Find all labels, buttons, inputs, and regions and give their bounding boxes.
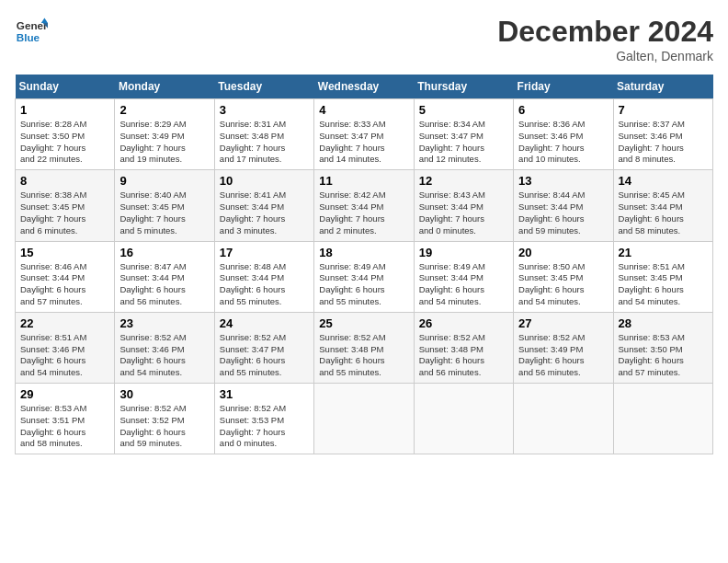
calendar-header-row: SundayMondayTuesdayWednesdayThursdayFrid… [16,75,713,99]
day-number: 31 [220,387,309,401]
day-info: Sunrise: 8:36 AM Sunset: 3:46 PM Dayligh… [518,119,608,166]
week-row-5: 29Sunrise: 8:53 AM Sunset: 3:51 PM Dayli… [16,384,713,454]
calendar-cell: 31Sunrise: 8:52 AM Sunset: 3:53 PM Dayli… [214,384,313,454]
month-title: December 2024 [497,15,713,49]
week-row-3: 15Sunrise: 8:46 AM Sunset: 3:44 PM Dayli… [16,241,713,312]
calendar-cell: 14Sunrise: 8:45 AM Sunset: 3:44 PM Dayli… [613,170,712,241]
calendar-cell: 24Sunrise: 8:52 AM Sunset: 3:47 PM Dayli… [214,312,313,383]
day-info: Sunrise: 8:51 AM Sunset: 3:46 PM Dayligh… [20,332,109,379]
calendar-cell: 15Sunrise: 8:46 AM Sunset: 3:44 PM Dayli… [16,241,115,312]
calendar-cell: 9Sunrise: 8:40 AM Sunset: 3:45 PM Daylig… [115,170,214,241]
day-info: Sunrise: 8:52 AM Sunset: 3:52 PM Dayligh… [119,403,209,450]
day-info: Sunrise: 8:53 AM Sunset: 3:50 PM Dayligh… [619,332,708,379]
day-info: Sunrise: 8:41 AM Sunset: 3:44 PM Dayligh… [220,190,309,236]
day-number: 18 [319,246,408,259]
day-number: 5 [419,103,508,117]
calendar-cell: 6Sunrise: 8:36 AM Sunset: 3:46 PM Daylig… [514,99,613,170]
day-info: Sunrise: 8:52 AM Sunset: 3:46 PM Dayligh… [119,332,209,379]
day-number: 22 [20,316,109,330]
day-number: 4 [319,103,408,117]
calendar-cell: 11Sunrise: 8:42 AM Sunset: 3:44 PM Dayli… [314,170,414,241]
title-block: December 2024 Galten, Denmark [497,15,713,63]
col-header-tuesday: Tuesday [214,75,313,99]
day-number: 2 [119,103,209,117]
col-header-wednesday: Wednesday [314,75,414,99]
calendar-cell [514,384,613,454]
calendar-cell: 19Sunrise: 8:49 AM Sunset: 3:44 PM Dayli… [414,241,513,312]
page-header: General Blue December 2024 Galten, Denma… [15,15,713,63]
logo-icon: General Blue [15,15,48,48]
day-number: 14 [619,174,708,188]
day-info: Sunrise: 8:51 AM Sunset: 3:45 PM Dayligh… [619,261,708,308]
day-info: Sunrise: 8:29 AM Sunset: 3:49 PM Dayligh… [119,119,209,166]
day-number: 12 [419,174,508,188]
calendar-cell: 22Sunrise: 8:51 AM Sunset: 3:46 PM Dayli… [16,312,115,383]
day-info: Sunrise: 8:46 AM Sunset: 3:44 PM Dayligh… [20,261,109,308]
day-number: 29 [20,387,109,401]
day-info: Sunrise: 8:34 AM Sunset: 3:47 PM Dayligh… [419,119,508,166]
logo: General Blue [15,15,48,48]
day-number: 21 [619,246,708,259]
day-info: Sunrise: 8:45 AM Sunset: 3:44 PM Dayligh… [619,190,708,236]
calendar-cell: 23Sunrise: 8:52 AM Sunset: 3:46 PM Dayli… [115,312,214,383]
calendar-cell: 7Sunrise: 8:37 AM Sunset: 3:46 PM Daylig… [613,99,712,170]
day-info: Sunrise: 8:50 AM Sunset: 3:45 PM Dayligh… [518,261,608,308]
calendar-cell: 18Sunrise: 8:49 AM Sunset: 3:44 PM Dayli… [314,241,414,312]
calendar-body: 1Sunrise: 8:28 AM Sunset: 3:50 PM Daylig… [16,99,713,454]
calendar-cell: 5Sunrise: 8:34 AM Sunset: 3:47 PM Daylig… [414,99,513,170]
day-info: Sunrise: 8:40 AM Sunset: 3:45 PM Dayligh… [119,190,209,236]
calendar-cell [613,384,712,454]
day-number: 13 [518,174,608,188]
calendar-cell: 30Sunrise: 8:52 AM Sunset: 3:52 PM Dayli… [115,384,214,454]
calendar-cell: 21Sunrise: 8:51 AM Sunset: 3:45 PM Dayli… [613,241,712,312]
calendar-cell [314,384,414,454]
col-header-saturday: Saturday [613,75,712,99]
calendar-cell: 13Sunrise: 8:44 AM Sunset: 3:44 PM Dayli… [514,170,613,241]
calendar-cell: 29Sunrise: 8:53 AM Sunset: 3:51 PM Dayli… [16,384,115,454]
week-row-4: 22Sunrise: 8:51 AM Sunset: 3:46 PM Dayli… [16,312,713,383]
day-info: Sunrise: 8:49 AM Sunset: 3:44 PM Dayligh… [419,261,508,308]
calendar-cell: 25Sunrise: 8:52 AM Sunset: 3:48 PM Dayli… [314,312,414,383]
day-info: Sunrise: 8:48 AM Sunset: 3:44 PM Dayligh… [220,261,309,308]
day-number: 9 [119,174,209,188]
calendar-cell: 27Sunrise: 8:52 AM Sunset: 3:49 PM Dayli… [514,312,613,383]
day-number: 3 [220,103,309,117]
col-header-monday: Monday [115,75,214,99]
calendar-cell: 12Sunrise: 8:43 AM Sunset: 3:44 PM Dayli… [414,170,513,241]
day-number: 15 [20,246,109,259]
day-info: Sunrise: 8:44 AM Sunset: 3:44 PM Dayligh… [518,190,608,236]
day-info: Sunrise: 8:28 AM Sunset: 3:50 PM Dayligh… [20,119,109,166]
day-info: Sunrise: 8:53 AM Sunset: 3:51 PM Dayligh… [20,403,109,450]
calendar-cell: 4Sunrise: 8:33 AM Sunset: 3:47 PM Daylig… [314,99,414,170]
day-number: 16 [119,246,209,259]
calendar-table: SundayMondayTuesdayWednesdayThursdayFrid… [15,75,713,454]
day-info: Sunrise: 8:42 AM Sunset: 3:44 PM Dayligh… [319,190,408,236]
day-number: 6 [518,103,608,117]
day-info: Sunrise: 8:52 AM Sunset: 3:49 PM Dayligh… [518,332,608,379]
day-number: 24 [220,316,309,330]
week-row-2: 8Sunrise: 8:38 AM Sunset: 3:45 PM Daylig… [16,170,713,241]
col-header-thursday: Thursday [414,75,513,99]
calendar-cell: 28Sunrise: 8:53 AM Sunset: 3:50 PM Dayli… [613,312,712,383]
day-number: 1 [20,103,109,117]
svg-text:Blue: Blue [17,31,40,43]
day-info: Sunrise: 8:52 AM Sunset: 3:48 PM Dayligh… [419,332,508,379]
day-info: Sunrise: 8:38 AM Sunset: 3:45 PM Dayligh… [20,190,109,236]
calendar-cell: 3Sunrise: 8:31 AM Sunset: 3:48 PM Daylig… [214,99,313,170]
calendar-cell: 26Sunrise: 8:52 AM Sunset: 3:48 PM Dayli… [414,312,513,383]
col-header-friday: Friday [514,75,613,99]
calendar-cell: 17Sunrise: 8:48 AM Sunset: 3:44 PM Dayli… [214,241,313,312]
day-info: Sunrise: 8:52 AM Sunset: 3:48 PM Dayligh… [319,332,408,379]
calendar-cell: 1Sunrise: 8:28 AM Sunset: 3:50 PM Daylig… [16,99,115,170]
day-number: 23 [119,316,209,330]
day-number: 11 [319,174,408,188]
day-number: 10 [220,174,309,188]
calendar-cell: 10Sunrise: 8:41 AM Sunset: 3:44 PM Dayli… [214,170,313,241]
calendar-cell: 20Sunrise: 8:50 AM Sunset: 3:45 PM Dayli… [514,241,613,312]
calendar-cell [414,384,513,454]
calendar-cell: 2Sunrise: 8:29 AM Sunset: 3:49 PM Daylig… [115,99,214,170]
day-number: 27 [518,316,608,330]
calendar-cell: 8Sunrise: 8:38 AM Sunset: 3:45 PM Daylig… [16,170,115,241]
location: Galten, Denmark [497,49,713,63]
day-info: Sunrise: 8:47 AM Sunset: 3:44 PM Dayligh… [119,261,209,308]
